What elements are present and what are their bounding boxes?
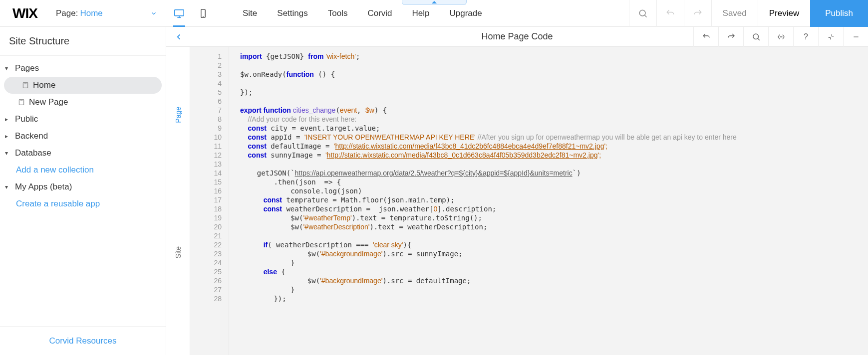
tree-label: Backend: [15, 131, 48, 141]
site-structure-title: Site Structure: [0, 27, 166, 56]
svg-rect-0: [175, 9, 184, 15]
svg-point-15: [782, 36, 782, 37]
publish-button[interactable]: Publish: [810, 0, 868, 27]
tree-database[interactable]: ▾ Database: [0, 145, 166, 162]
code-help-icon[interactable]: ?: [793, 27, 818, 47]
menu-site[interactable]: Site: [243, 8, 257, 18]
svg-line-6: [644, 15, 646, 17]
code-redo-icon[interactable]: [718, 27, 743, 47]
add-collection-link[interactable]: Add a new collection: [0, 162, 166, 178]
code-search-icon[interactable]: [743, 27, 768, 47]
code-brackets-icon[interactable]: [768, 27, 793, 47]
vtab-site[interactable]: Site: [174, 246, 182, 258]
create-app-link[interactable]: Create a reusable app: [0, 195, 166, 212]
code-header-title: Home Page Code: [481, 31, 553, 42]
code-text[interactable]: import {getJSON} from 'wix-fetch'; $w.on…: [229, 47, 868, 355]
chevron-down-icon: ▾: [5, 183, 12, 190]
svg-rect-7: [23, 83, 27, 88]
site-tree: ▾ Pages Home New Page ▸ Public ▸: [0, 56, 166, 326]
page-selector[interactable]: Page: Home: [50, 8, 167, 18]
code-collapse-icon[interactable]: [818, 27, 843, 47]
preview-button[interactable]: Preview: [758, 0, 810, 27]
page-icon: [18, 99, 26, 106]
svg-rect-9: [19, 100, 23, 105]
tree-public[interactable]: ▸ Public: [0, 111, 166, 128]
tree-myapps[interactable]: ▾ My Apps (beta): [0, 178, 166, 195]
menu-tools[interactable]: Tools: [328, 8, 348, 18]
top-right-controls: Saved Preview Publish: [629, 0, 868, 26]
menu-upgrade[interactable]: Upgrade: [450, 8, 482, 18]
svg-point-14: [781, 36, 781, 37]
tree-backend[interactable]: ▸ Backend: [0, 128, 166, 145]
redo-icon[interactable]: [684, 0, 711, 27]
tree-label: Home: [33, 80, 55, 90]
mobile-view-button[interactable]: [191, 0, 215, 27]
line-gutter: 1234567891011121314151617181920212223242…: [190, 47, 229, 355]
back-arrow-icon[interactable]: [166, 32, 191, 41]
code-editor-area: Home Page Code ? Page Site 1234567891011…: [166, 27, 868, 355]
top-menu: Site Settings Tools Corvid Help Upgrade: [215, 8, 629, 18]
chevron-down-icon: [150, 10, 157, 17]
code-body: Page Site 123456789101112131415161718192…: [166, 47, 868, 355]
svg-point-11: [753, 34, 759, 39]
tree-pages[interactable]: ▾ Pages: [0, 60, 166, 77]
svg-point-5: [639, 10, 645, 16]
site-structure-panel: Site Structure ▾ Pages Home New Page ▸ P: [0, 27, 166, 355]
wix-logo[interactable]: WIX: [0, 5, 50, 21]
tree-page-home[interactable]: Home: [4, 77, 162, 94]
chevron-down-icon: ▾: [5, 150, 12, 157]
svg-line-12: [758, 38, 760, 40]
page-selector-label: Page:: [56, 8, 78, 18]
chevron-down-icon: ▾: [5, 65, 12, 72]
tree-label: Database: [15, 148, 51, 158]
page-icon: [22, 82, 30, 89]
desktop-view-button[interactable]: [167, 0, 191, 27]
code-header-bar: Home Page Code ?: [166, 27, 868, 47]
vertical-tabs: Page Site: [166, 47, 190, 355]
chevron-right-icon: ▸: [5, 133, 12, 140]
menu-settings[interactable]: Settings: [277, 8, 307, 18]
menu-help[interactable]: Help: [412, 8, 430, 18]
tree-page-new[interactable]: New Page: [0, 94, 166, 111]
code-toolbar: ?: [693, 27, 868, 47]
saved-status: Saved: [711, 0, 758, 27]
tree-label: Pages: [15, 63, 39, 73]
panel-handle[interactable]: [402, 0, 467, 5]
code-undo-icon[interactable]: [693, 27, 718, 47]
menu-corvid[interactable]: Corvid: [367, 8, 392, 18]
tree-label: Public: [15, 114, 38, 124]
top-bar: WIX Page: Home Site Settings Tools Corvi…: [0, 0, 868, 27]
code-minimize-icon[interactable]: [843, 27, 868, 47]
page-selector-value: Home: [80, 8, 102, 18]
svg-point-13: [780, 36, 781, 37]
vtab-page[interactable]: Page: [174, 107, 182, 123]
corvid-resources-link[interactable]: Corvid Resources: [0, 326, 166, 355]
tree-label: My Apps (beta): [15, 182, 72, 192]
chevron-right-icon: ▸: [5, 116, 12, 123]
tree-label: New Page: [29, 97, 68, 107]
zoom-icon[interactable]: [629, 0, 656, 27]
undo-icon[interactable]: [656, 0, 684, 27]
